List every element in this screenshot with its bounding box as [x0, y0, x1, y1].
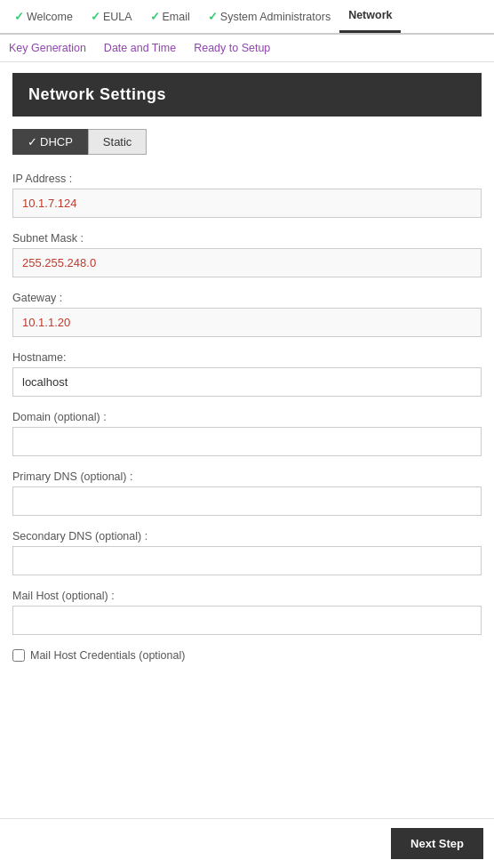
subnet-mask-field-group: Subnet Mask : [12, 232, 482, 277]
ip-address-input[interactable] [12, 189, 482, 218]
nav-ready-to-setup[interactable]: Ready to Setup [194, 42, 270, 54]
hostname-field-group: Hostname: [12, 351, 482, 397]
nav-key-generation[interactable]: Key Generation [9, 42, 86, 54]
dhcp-check-icon: ✓ [28, 135, 37, 149]
secondary-dns-input[interactable] [12, 546, 482, 575]
gateway-input[interactable] [12, 308, 482, 337]
mail-host-field-group: Mail Host (optional) : [12, 590, 482, 635]
subnet-mask-input[interactable] [12, 248, 482, 277]
next-step-button[interactable]: Next Step [391, 828, 483, 859]
mail-host-label: Mail Host (optional) : [12, 590, 482, 602]
subnet-mask-label: Subnet Mask : [12, 232, 482, 245]
sysadmin-check-icon: ✓ [208, 10, 218, 23]
mail-host-credentials-row: Mail Host Credentials (optional) [12, 649, 482, 662]
nav-welcome-label: Welcome [27, 11, 73, 23]
mail-host-credentials-checkbox[interactable] [12, 649, 25, 662]
nav-date-and-time[interactable]: Date and Time [104, 42, 176, 54]
second-navigation: Key Generation Date and Time Ready to Se… [0, 35, 494, 62]
welcome-check-icon: ✓ [14, 10, 24, 23]
static-button[interactable]: Static [88, 129, 147, 155]
dhcp-static-toggle: ✓DHCP Static [12, 129, 482, 155]
primary-dns-label: Primary DNS (optional) : [12, 470, 482, 483]
domain-input[interactable] [12, 427, 482, 456]
ip-address-field-group: IP Address : [12, 173, 482, 218]
mail-host-input[interactable] [12, 606, 482, 635]
nav-network-label: Network [348, 9, 392, 21]
domain-field-group: Domain (optional) : [12, 411, 482, 456]
secondary-dns-label: Secondary DNS (optional) : [12, 530, 482, 542]
domain-label: Domain (optional) : [12, 411, 482, 423]
primary-dns-input[interactable] [12, 486, 482, 516]
nav-network[interactable]: Network [339, 0, 401, 33]
gateway-label: Gateway : [12, 292, 482, 304]
nav-eula-label: EULA [103, 11, 132, 23]
main-content: Network Settings ✓DHCP Static IP Address… [0, 62, 494, 672]
hostname-input[interactable] [12, 367, 482, 397]
nav-sysadmin-label: System Administrators [220, 11, 331, 23]
ip-address-label: IP Address : [12, 173, 482, 185]
nav-email-label: Email [163, 11, 190, 23]
nav-system-administrators[interactable]: ✓ System Administrators [199, 0, 339, 33]
nav-eula[interactable]: ✓ EULA [82, 0, 141, 33]
email-check-icon: ✓ [150, 10, 160, 23]
section-header: Network Settings [12, 73, 482, 117]
secondary-dns-field-group: Secondary DNS (optional) : [12, 530, 482, 575]
top-navigation: ✓ Welcome ✓ EULA ✓ Email ✓ System Admini… [0, 0, 494, 35]
gateway-field-group: Gateway : [12, 292, 482, 337]
nav-email[interactable]: ✓ Email [141, 0, 199, 33]
primary-dns-field-group: Primary DNS (optional) : [12, 470, 482, 516]
eula-check-icon: ✓ [91, 10, 100, 23]
nav-welcome[interactable]: ✓ Welcome [5, 0, 82, 33]
mail-host-credentials-label: Mail Host Credentials (optional) [30, 649, 185, 662]
hostname-label: Hostname: [12, 351, 482, 364]
footer: Next Step [0, 818, 494, 868]
dhcp-button[interactable]: ✓DHCP [12, 129, 88, 155]
